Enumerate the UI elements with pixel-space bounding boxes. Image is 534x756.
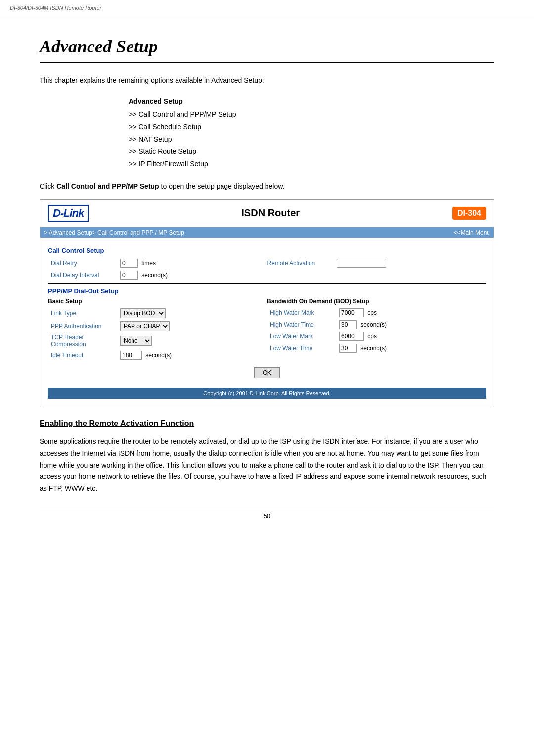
dial-delay-input[interactable] [120,271,138,280]
router-panel: D-Link ISDN Router DI-304 > Advanced Set… [40,199,494,407]
dial-delay-row: Dial Delay Interval second(s) [48,269,486,281]
low-water-mark-value[interactable]: cps [336,331,486,342]
high-water-mark-row: High Water Mark cps [267,307,486,319]
link-type-label: Link Type [48,307,117,320]
remote-activation-value[interactable] [334,257,486,269]
idle-timeout-row: Idle Timeout second(s) [48,349,267,361]
intro-text: This chapter explains the remaining opti… [40,75,494,86]
dlink-logo-text: D-Link [53,207,84,219]
click-instruction-bold: Call Control and PPP/MP Setup [56,182,159,190]
idle-timeout-input[interactable] [120,351,142,360]
low-water-mark-row: Low Water Mark cps [267,331,486,342]
page-number: 50 [264,512,270,520]
high-water-time-row: High Water Time second(s) [267,319,486,331]
ppp-auth-row: PPP Authentication PAP or CHAP PAP CHAP [48,320,267,332]
high-water-mark-unit: cps [367,309,377,316]
tcp-header-row: TCP Header Compression None Enable [48,332,267,349]
link-type-row: Link Type Dialup BOD Dialup 64K Dialup 1… [48,307,267,320]
two-col-setup: Basic Setup Link Type Dialup BOD Dialup … [48,298,486,361]
click-instruction-suffix: to open the setup page displayed below. [161,182,285,190]
high-water-time-input[interactable] [339,320,357,329]
menu-item-4[interactable]: >> Static Route Setup [129,145,494,158]
dial-delay-value[interactable]: second(s) [117,269,265,281]
dlink-logo: D-Link [48,205,89,222]
low-water-time-row: Low Water Time second(s) [267,342,486,354]
menu-block: Advanced Setup >> Call Control and PPP/M… [129,95,494,170]
menu-item-5[interactable]: >> IP Filter/Firewall Setup [129,158,494,170]
call-control-section-title: Call Control Setup [48,247,486,254]
ok-row: OK [48,361,486,384]
menu-title: Advanced Setup [129,95,494,108]
high-water-time-value[interactable]: second(s) [336,319,486,331]
enabling-body: Some applications require the router to … [40,436,494,495]
enabling-heading: Enabling the Remote Activation Function [40,419,494,428]
copyright-text: Copyright (c) 2001 D-Link Corp. All Righ… [203,390,330,396]
page-footer: 50 [40,507,494,520]
dlink-logo-box: D-Link [48,205,89,222]
link-type-select[interactable]: Dialup BOD Dialup 64K Dialup 128K [120,308,166,318]
bod-setup-title: Bandwidth On Demand (BOD) Setup [267,298,486,305]
router-title: ISDN Router [89,207,452,219]
low-water-time-value[interactable]: second(s) [336,342,486,354]
menu-item-3[interactable]: >> NAT Setup [129,133,494,145]
basic-setup-table: Link Type Dialup BOD Dialup 64K Dialup 1… [48,307,267,361]
breadcrumb: > Advanced Setup> Call Control and PPP /… [44,229,184,236]
call-control-table: Dial Retry times Remote Activation Dial … [48,257,486,281]
bod-setup-col: Bandwidth On Demand (BOD) Setup High Wat… [267,298,486,361]
remote-activation-input[interactable] [337,259,386,268]
dial-delay-label: Dial Delay Interval [48,269,117,281]
menu-item-1[interactable]: >> Call Control and PPP/MP Setup [129,108,494,121]
dial-retry-input[interactable] [120,259,138,268]
low-water-mark-unit: cps [367,333,377,340]
click-instruction: Click Call Control and PPP/MP Setup to o… [40,181,494,191]
idle-timeout-unit: second(s) [145,352,172,359]
doc-header-text: DI-304/DI-304M ISDN Remote Router [10,5,101,11]
doc-header: DI-304/DI-304M ISDN Remote Router [0,0,534,16]
low-water-time-unit: second(s) [360,345,387,352]
router-body: Call Control Setup Dial Retry times Remo… [40,238,494,407]
remote-activation-label: Remote Activation [265,257,334,269]
low-water-mark-input[interactable] [339,332,364,341]
dial-retry-unit: times [141,260,156,267]
idle-timeout-value[interactable]: second(s) [117,349,267,361]
copyright-bar: Copyright (c) 2001 D-Link Corp. All Righ… [48,388,486,399]
main-menu-link[interactable]: <<Main Menu [454,229,490,236]
high-water-mark-input[interactable] [339,308,364,317]
link-type-value[interactable]: Dialup BOD Dialup 64K Dialup 128K [117,307,267,320]
tcp-header-label: TCP Header Compression [48,332,117,349]
low-water-time-input[interactable] [339,344,357,353]
high-water-time-label: High Water Time [267,319,336,331]
high-water-time-unit: second(s) [360,321,387,328]
high-water-mark-value[interactable]: cps [336,307,486,319]
router-header: D-Link ISDN Router DI-304 [40,200,494,227]
page-title: Advanced Setup [40,36,494,63]
dial-retry-row: Dial Retry times Remote Activation [48,257,486,269]
ppp-auth-label: PPP Authentication [48,320,117,332]
bod-setup-table: High Water Mark cps High Water Time seco… [267,307,486,354]
ok-button[interactable]: OK [254,367,279,378]
high-water-mark-label: High Water Mark [267,307,336,319]
dial-retry-label: Dial Retry [48,257,117,269]
di304-badge: DI-304 [452,207,486,220]
dial-delay-unit: second(s) [141,272,168,279]
basic-setup-title: Basic Setup [48,298,267,305]
nav-bar: > Advanced Setup> Call Control and PPP /… [40,227,494,238]
dial-retry-value[interactable]: times [117,257,265,269]
low-water-time-label: Low Water Time [267,342,336,354]
low-water-mark-label: Low Water Mark [267,331,336,342]
menu-item-2[interactable]: >> Call Schedule Setup [129,121,494,133]
ppp-auth-select[interactable]: PAP or CHAP PAP CHAP [120,321,170,331]
basic-setup-col: Basic Setup Link Type Dialup BOD Dialup … [48,298,267,361]
ppp-auth-value[interactable]: PAP or CHAP PAP CHAP [117,320,267,332]
ppp-section-title: PPP/MP Dial-Out Setup [48,287,486,295]
tcp-header-select[interactable]: None Enable [120,336,152,346]
tcp-header-value[interactable]: None Enable [117,332,267,349]
idle-timeout-label: Idle Timeout [48,349,117,361]
